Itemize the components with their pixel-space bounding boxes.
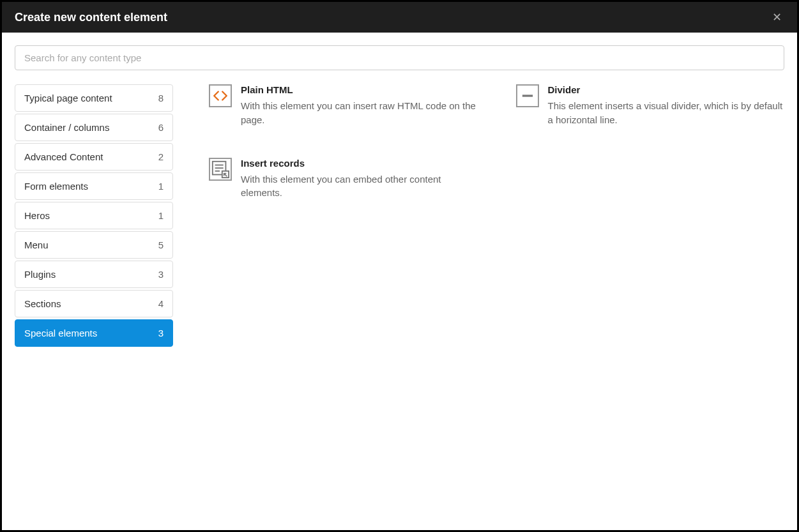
element-desc: This element inserts a visual divider, w… [548, 99, 785, 127]
content-columns: Typical page content8Container / columns… [15, 84, 784, 349]
element-desc: With this element you can insert raw HTM… [241, 99, 478, 127]
sidebar-item-label: Heros [24, 210, 50, 221]
sidebar-item-count: 5 [158, 239, 164, 250]
modal-title: Create new content element [15, 11, 167, 24]
element-item-insert-records[interactable]: Insert recordsWith this element you can … [209, 158, 478, 201]
sidebar-item-label: Form elements [24, 181, 88, 192]
sidebar-item-count: 2 [158, 151, 164, 162]
close-button[interactable]: ✕ [770, 10, 784, 24]
sidebar-item-count: 3 [158, 328, 164, 338]
sidebar-item-count: 4 [158, 298, 164, 309]
sidebar-item-count: 3 [158, 269, 164, 280]
sidebar-item-form-elements[interactable]: Form elements1 [15, 172, 173, 200]
sidebar-item-label: Advanced Content [24, 151, 103, 162]
element-desc: With this element you can embed other co… [241, 172, 478, 201]
sidebar-item-count: 1 [158, 181, 164, 192]
sidebar-item-advanced-content[interactable]: Advanced Content2 [15, 143, 173, 171]
records-icon [209, 158, 232, 181]
sidebar: Typical page content8Container / columns… [15, 84, 173, 349]
element-title: Insert records [241, 158, 478, 169]
element-title: Divider [548, 84, 785, 95]
modal-body: Typical page content8Container / columns… [2, 33, 797, 530]
sidebar-item-sections[interactable]: Sections4 [15, 290, 173, 317]
sidebar-item-count: 6 [158, 122, 164, 133]
svg-rect-0 [522, 95, 532, 96]
sidebar-item-label: Plugins [24, 269, 56, 280]
element-item-divider[interactable]: DividerThis element inserts a visual div… [516, 84, 785, 127]
sidebar-item-heros[interactable]: Heros1 [15, 202, 173, 229]
sidebar-item-special-elements[interactable]: Special elements3 [15, 319, 173, 347]
sidebar-item-count: 8 [158, 93, 164, 103]
html-icon [209, 84, 232, 107]
sidebar-item-label: Typical page content [24, 93, 112, 103]
modal-header: Create new content element ✕ [2, 2, 797, 33]
sidebar-item-label: Menu [24, 239, 49, 250]
sidebar-item-container-columns[interactable]: Container / columns6 [15, 114, 173, 141]
sidebar-item-plugins[interactable]: Plugins3 [15, 261, 173, 288]
modal: Create new content element ✕ Typical pag… [2, 2, 797, 530]
element-grid: Plain HTMLWith this element you can inse… [209, 84, 784, 200]
element-item-plain-html[interactable]: Plain HTMLWith this element you can inse… [209, 84, 478, 127]
sidebar-item-label: Sections [24, 298, 61, 309]
search-input[interactable] [15, 45, 784, 70]
sidebar-item-label: Container / columns [24, 122, 109, 133]
sidebar-item-typical-page-content[interactable]: Typical page content8 [15, 84, 173, 112]
divider-icon [516, 84, 539, 107]
sidebar-item-menu[interactable]: Menu5 [15, 231, 173, 259]
sidebar-item-count: 1 [158, 210, 164, 221]
close-icon: ✕ [772, 11, 782, 24]
sidebar-item-label: Special elements [24, 328, 97, 338]
element-title: Plain HTML [241, 84, 478, 95]
